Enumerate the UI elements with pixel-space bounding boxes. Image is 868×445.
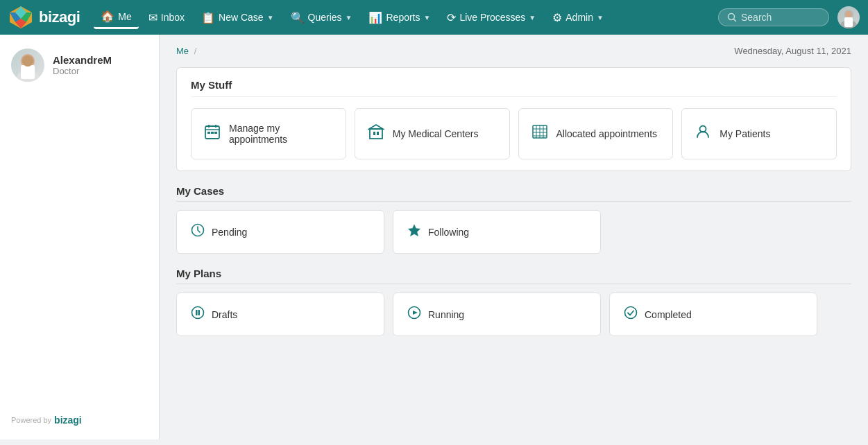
nav-item-inbox[interactable]: ✉ Inbox (142, 7, 192, 28)
card-my-medical-centers[interactable]: My Medical Centers (355, 108, 510, 159)
user-avatar (11, 49, 44, 82)
nav-item-new-case[interactable]: 📋 New Case ▼ (194, 7, 281, 28)
svg-marker-37 (409, 225, 420, 236)
home-icon: 🏠 (101, 10, 114, 23)
search-icon (727, 12, 737, 22)
live-processes-icon: ⟳ (447, 11, 456, 24)
following-label: Following (428, 227, 469, 238)
running-icon (407, 306, 421, 323)
nav-label-inbox: Inbox (161, 12, 185, 23)
following-icon (407, 223, 421, 241)
breadcrumb-separator: / (194, 46, 197, 56)
my-plans-section: My Plans Drafts (176, 268, 851, 336)
card-running[interactable]: Running (393, 293, 601, 336)
brand-logo[interactable]: bizagi (8, 5, 80, 30)
main-content: Me / Wednesday, August 11, 2021 My Stuff (160, 35, 868, 445)
allocated-appointments-icon (531, 123, 548, 144)
nav-label-queries: Queries (308, 12, 342, 23)
powered-by-logo: bizagi (54, 415, 82, 426)
logo-text: bizagi (39, 8, 80, 26)
my-plans-cards: Drafts Running (176, 293, 851, 336)
svg-rect-22 (370, 129, 382, 139)
nav-label-me: Me (118, 11, 131, 22)
my-cases-cards: Pending Following (176, 210, 851, 254)
pending-icon (191, 223, 205, 241)
nav-item-live-processes[interactable]: ⟳ Live Processes ▼ (440, 7, 543, 28)
svg-rect-39 (196, 310, 198, 315)
my-cases-section: My Cases Pending (176, 185, 851, 254)
user-avatar-nav[interactable] (837, 6, 860, 28)
svg-rect-21 (214, 132, 217, 134)
new-case-icon: 📋 (201, 11, 215, 24)
sidebar-footer: Powered by bizagi (11, 415, 148, 426)
queries-icon: 🔍 (291, 11, 305, 24)
my-patients-label: My Patients (720, 128, 770, 139)
sidebar: AlexandreM Doctor Powered by bizagi (0, 35, 160, 439)
search-box[interactable]: Search (718, 8, 829, 26)
search-placeholder: Search (741, 12, 772, 23)
breadcrumb-row: Me / Wednesday, August 11, 2021 (176, 46, 851, 56)
nav-item-admin[interactable]: ⚙ Admin ▼ (545, 7, 611, 28)
live-processes-arrow: ▼ (529, 14, 536, 21)
svg-point-38 (192, 307, 204, 319)
nav-item-reports[interactable]: 📊 Reports ▼ (361, 7, 437, 28)
breadcrumb-me-link[interactable]: Me (176, 46, 189, 56)
manage-appointments-icon (204, 123, 221, 144)
new-case-arrow: ▼ (267, 14, 274, 21)
card-manage-appointments[interactable]: Manage my appointments (191, 108, 346, 159)
admin-arrow: ▼ (597, 14, 604, 21)
reports-icon: 📊 (368, 11, 382, 24)
my-stuff-cards: Manage my appointments My Medical (191, 108, 837, 159)
svg-point-5 (729, 14, 735, 20)
top-navigation: bizagi 🏠 Me ✉ Inbox 📋 New Case ▼ 🔍 Queri… (0, 0, 868, 35)
my-patients-icon (695, 123, 711, 144)
nav-label-reports: Reports (386, 12, 420, 23)
my-medical-centers-label: My Medical Centers (393, 128, 479, 139)
powered-by-text: Powered by (11, 416, 51, 424)
card-completed[interactable]: Completed (609, 293, 817, 336)
svg-rect-20 (211, 132, 214, 134)
svg-point-43 (625, 307, 637, 319)
pending-label: Pending (212, 227, 247, 238)
breadcrumb: Me / (176, 46, 196, 56)
card-drafts[interactable]: Drafts (176, 293, 384, 336)
nav-item-queries[interactable]: 🔍 Queries ▼ (284, 7, 359, 28)
user-info: AlexandreM Doctor (53, 54, 112, 76)
admin-icon: ⚙ (552, 11, 562, 24)
svg-rect-19 (207, 132, 210, 134)
nav-label-live-processes: Live Processes (459, 12, 525, 23)
user-profile: AlexandreM Doctor (11, 49, 148, 82)
nav-item-me[interactable]: 🏠 Me (94, 6, 138, 29)
user-name: AlexandreM (53, 54, 112, 66)
nav-label-new-case: New Case (219, 12, 264, 23)
svg-rect-10 (844, 17, 853, 27)
my-cases-title: My Cases (176, 185, 851, 202)
drafts-label: Drafts (212, 309, 237, 320)
nav-label-admin: Admin (565, 12, 593, 23)
user-role: Doctor (53, 66, 112, 76)
completed-icon (624, 306, 638, 323)
my-plans-title: My Plans (176, 268, 851, 284)
svg-line-6 (734, 19, 737, 22)
svg-rect-13 (21, 65, 35, 79)
my-medical-centers-icon (368, 123, 384, 144)
svg-rect-24 (373, 132, 375, 135)
card-allocated-appointments[interactable]: Allocated appointments (518, 108, 674, 159)
completed-label: Completed (645, 309, 692, 320)
svg-rect-40 (198, 310, 201, 315)
date-display: Wednesday, August 11, 2021 (734, 46, 851, 56)
svg-point-9 (845, 11, 852, 18)
allocated-appointments-label: Allocated appointments (556, 128, 658, 139)
manage-appointments-label: Manage my appointments (229, 123, 333, 145)
svg-rect-25 (377, 132, 379, 135)
svg-point-14 (22, 55, 33, 67)
my-stuff-section: My Stuff Manage my a (176, 67, 851, 171)
inbox-icon: ✉ (148, 11, 158, 24)
reports-arrow: ▼ (424, 14, 431, 21)
card-pending[interactable]: Pending (176, 210, 384, 254)
drafts-icon (191, 306, 205, 323)
my-stuff-title: My Stuff (191, 79, 837, 97)
card-following[interactable]: Following (393, 210, 601, 254)
card-my-patients[interactable]: My Patients (681, 108, 837, 159)
svg-marker-42 (413, 311, 418, 315)
